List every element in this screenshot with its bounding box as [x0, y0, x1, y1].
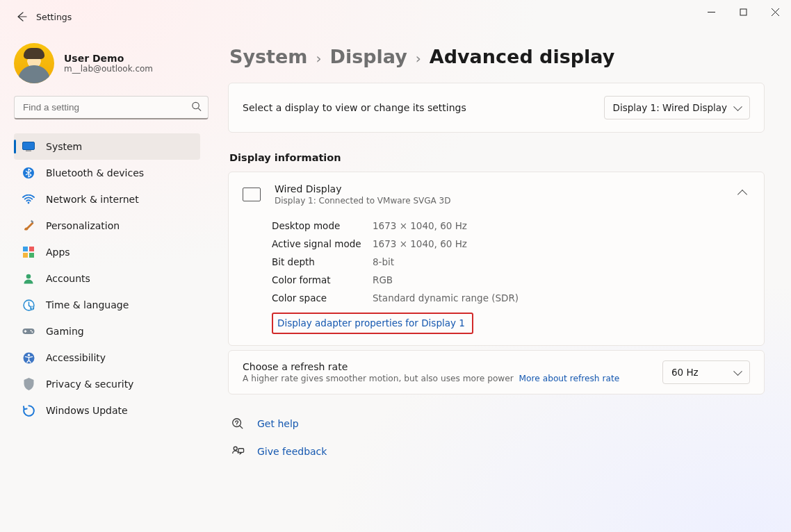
display-info-header[interactable]: Wired Display Display 1: Connected to VM… — [229, 172, 764, 217]
search-container — [14, 96, 209, 119]
gaming-icon — [22, 325, 35, 338]
refresh-title: Choose a refresh rate — [243, 361, 651, 372]
svg-rect-0 — [740, 9, 747, 15]
display-prop-row: Color spaceStandard dynamic range (SDR) — [272, 289, 750, 307]
display-prop-value: 8-bit — [373, 256, 394, 267]
display-sub: Display 1: Connected to VMware SVGA 3D — [275, 196, 725, 206]
refresh-rate-dropdown[interactable]: 60 Hz — [662, 360, 750, 384]
display-prop-row: Active signal mode1673 × 1040, 60 Hz — [272, 235, 750, 253]
chevron-right-icon: › — [316, 50, 321, 67]
svg-point-1 — [193, 102, 199, 108]
sidebar-item-apps[interactable]: Apps — [14, 239, 200, 265]
breadcrumb-current: Advanced display — [430, 46, 615, 67]
svg-rect-2 — [23, 142, 35, 150]
section-title: Display information — [229, 152, 763, 163]
display-prop-row: Color formatRGB — [272, 271, 750, 289]
maximize-button[interactable] — [727, 0, 759, 24]
refresh-rate-card: Choose a refresh rate A higher rate give… — [228, 350, 765, 394]
system-icon — [22, 140, 35, 153]
sidebar-item-personalization[interactable]: Personalization — [14, 213, 200, 239]
display-prop-key: Color format — [272, 274, 373, 285]
breadcrumb: System › Display › Advanced display — [229, 46, 765, 67]
refresh-rate-value: 60 Hz — [671, 367, 699, 378]
sidebar-item-bt-devices[interactable]: Bluetooth & devices — [14, 160, 200, 186]
sidebar-item-time-language[interactable]: Time & language — [14, 292, 200, 318]
back-button[interactable] — [8, 4, 35, 29]
chevron-right-icon: › — [416, 50, 421, 67]
sidebar-item-windows-update[interactable]: Windows Update — [14, 397, 200, 424]
clock-icon — [22, 299, 35, 311]
accounts-icon — [22, 272, 35, 285]
window-controls — [695, 0, 791, 24]
get-help-link[interactable]: Get help — [257, 418, 299, 429]
sidebar-item-label: Privacy & security — [46, 379, 133, 390]
sidebar-item-label: Personalization — [46, 220, 120, 231]
display-prop-value: RGB — [373, 274, 393, 285]
breadcrumb-display[interactable]: Display — [329, 46, 407, 67]
sidebar-item-system[interactable]: System — [14, 133, 200, 160]
feedback-icon — [231, 444, 245, 458]
select-display-dropdown[interactable]: Display 1: Wired Display — [604, 96, 750, 119]
display-prop-key: Bit depth — [272, 256, 373, 267]
nav-list: SystemBluetooth & devicesNetwork & inter… — [14, 133, 200, 424]
minimize-button[interactable] — [695, 0, 727, 24]
user-header[interactable]: User Demo m__lab@outlook.com — [14, 43, 200, 83]
sidebar-item-label: Apps — [46, 247, 70, 258]
give-feedback-row[interactable]: Give feedback — [228, 438, 765, 465]
svg-rect-6 — [31, 220, 33, 223]
titlebar: Settings — [0, 0, 791, 33]
give-feedback-link[interactable]: Give feedback — [257, 446, 327, 457]
sidebar-item-label: Windows Update — [46, 405, 128, 416]
sidebar-item-label: Gaming — [46, 326, 84, 337]
svg-point-18 — [27, 354, 29, 356]
display-prop-value: 1673 × 1040, 60 Hz — [373, 238, 467, 249]
display-prop-row: Desktop mode1673 × 1040, 60 Hz — [272, 217, 750, 235]
help-icon — [231, 417, 245, 431]
update-icon — [22, 404, 35, 417]
sidebar-item-network[interactable]: Network & internet — [14, 186, 200, 213]
privacy-icon — [22, 378, 35, 390]
bluetooth-icon — [22, 167, 35, 179]
svg-rect-7 — [23, 247, 28, 251]
sidebar-item-label: Time & language — [46, 299, 129, 310]
chevron-up-icon — [737, 190, 747, 199]
avatar — [14, 43, 54, 83]
refresh-more-link[interactable]: More about refresh rate — [519, 374, 620, 383]
select-display-value: Display 1: Wired Display — [613, 102, 727, 113]
search-input[interactable] — [14, 96, 209, 119]
svg-point-19 — [232, 418, 240, 426]
svg-rect-10 — [29, 253, 34, 258]
monitor-icon — [243, 188, 261, 201]
sidebar-item-label: Bluetooth & devices — [46, 167, 144, 178]
display-prop-key: Desktop mode — [272, 220, 373, 231]
sidebar-item-label: Accessibility — [46, 352, 106, 363]
display-info-card: Wired Display Display 1: Connected to VM… — [228, 172, 765, 346]
svg-point-16 — [31, 331, 33, 333]
apps-icon — [22, 246, 35, 258]
brush-icon — [22, 219, 35, 232]
select-display-text: Select a display to view or change its s… — [243, 102, 593, 113]
display-props: Desktop mode1673 × 1040, 60 HzActive sig… — [229, 217, 764, 345]
sidebar-item-accounts[interactable]: Accounts — [14, 265, 200, 292]
sidebar-item-label: Accounts — [46, 273, 90, 284]
user-email: m__lab@outlook.com — [64, 64, 153, 74]
display-prop-key: Active signal mode — [272, 238, 373, 249]
svg-rect-9 — [23, 253, 28, 258]
svg-point-5 — [28, 202, 30, 204]
display-adapter-properties-link[interactable]: Display adapter properties for Display 1 — [272, 313, 473, 334]
svg-rect-8 — [29, 247, 34, 251]
display-prop-key: Color space — [272, 292, 373, 304]
get-help-row[interactable]: Get help — [228, 410, 765, 438]
arrow-left-icon — [16, 11, 27, 22]
breadcrumb-system[interactable]: System — [229, 46, 307, 67]
main-content: System › Display › Advanced display Sele… — [214, 33, 791, 532]
sidebar-item-privacy[interactable]: Privacy & security — [14, 371, 200, 397]
search-icon — [191, 101, 202, 115]
svg-rect-22 — [238, 448, 243, 452]
sidebar-item-gaming[interactable]: Gaming — [14, 318, 200, 344]
refresh-sub: A higher rate gives smoother motion, but… — [243, 374, 651, 383]
svg-point-21 — [234, 447, 237, 450]
sidebar-item-accessibility[interactable]: Accessibility — [14, 344, 200, 371]
close-button[interactable] — [759, 0, 791, 24]
select-display-card: Select a display to view or change its s… — [228, 83, 765, 133]
